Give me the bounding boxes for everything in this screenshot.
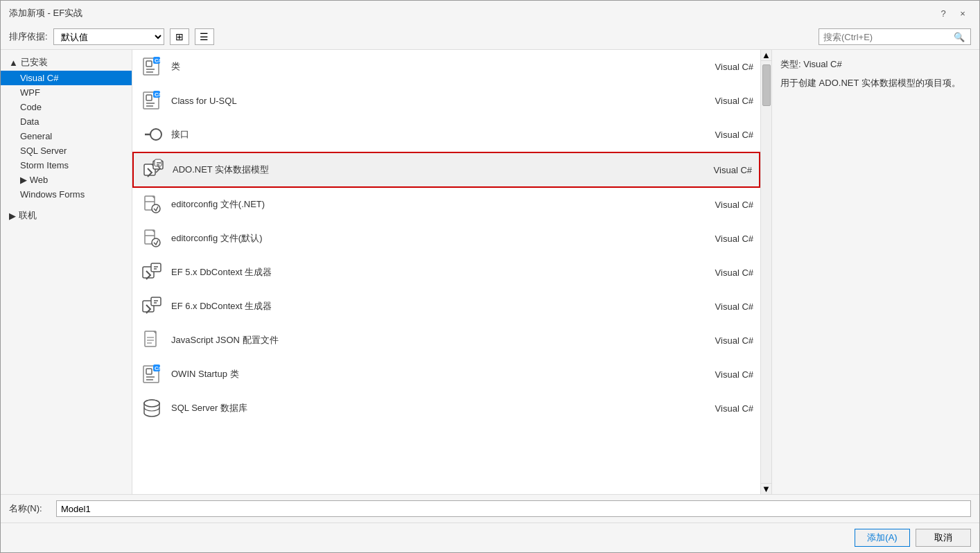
sidebar-item-data[interactable]: Data <box>1 114 132 129</box>
installed-label: 已安装 <box>21 56 48 69</box>
class-icon: C# <box>139 54 164 79</box>
scroll-track[interactable] <box>761 61 771 483</box>
online-arrow: ▶ <box>9 211 16 221</box>
class-type: Visual C# <box>684 62 753 72</box>
add-new-item-dialog: 添加新项 - EF实战 ? × 排序依据: 默认值 名称 类型 ⊞ ☰ 🔍 <box>0 0 980 553</box>
svg-point-38 <box>144 400 159 407</box>
list-item[interactable]: C# Class for U-SQL Visual C# <box>132 84 760 118</box>
list-item[interactable]: C# OWIN Startup 类 Visual C# <box>132 358 760 392</box>
list-item[interactable]: editorconfig 文件(.NET) Visual C# <box>132 188 760 222</box>
interface-name: 接口 <box>171 128 684 141</box>
name-input[interactable] <box>56 500 971 517</box>
main-content: ▲ 已安装 Visual C# WPF Code Data General SQ… <box>1 50 979 494</box>
storm-items-label: Storm Items <box>20 160 69 170</box>
editorconfig-net-icon <box>139 192 164 217</box>
editorconfig-net-type: Visual C# <box>684 200 753 210</box>
sort-select[interactable]: 默认值 名称 类型 <box>53 28 164 45</box>
sidebar-item-sql-server[interactable]: SQL Server <box>1 143 132 158</box>
interface-icon <box>139 122 164 147</box>
ef6-type: Visual C# <box>684 301 753 312</box>
visual-csharp-label: Visual C# <box>20 73 58 83</box>
scroll-down-icon: ▼ <box>762 484 771 494</box>
list-item[interactable]: 接口 Visual C# <box>132 118 760 152</box>
cancel-button[interactable]: 取消 <box>916 529 971 547</box>
left-panel: ▲ 已安装 Visual C# WPF Code Data General SQ… <box>1 50 132 494</box>
ef5-name: EF 5.x DbContext 生成器 <box>171 266 684 279</box>
svg-rect-26 <box>151 297 161 306</box>
name-label: 名称(N): <box>9 502 51 515</box>
scroll-thumb[interactable] <box>762 64 771 106</box>
name-row: 名称(N): <box>9 500 971 517</box>
sidebar-item-wpf[interactable]: WPF <box>1 85 132 100</box>
data-label: Data <box>20 116 39 127</box>
sidebar-item-general[interactable]: General <box>1 129 132 143</box>
class-usql-icon: C# <box>139 88 164 113</box>
sql-db-icon <box>139 396 164 421</box>
svg-text:C#: C# <box>155 58 162 64</box>
class-usql-type: Visual C# <box>684 96 753 106</box>
grid-view-button[interactable]: ⊞ <box>170 28 189 45</box>
search-input[interactable] <box>819 29 951 44</box>
scroll-down-button[interactable]: ▼ <box>761 483 771 494</box>
list-view-button[interactable]: ☰ <box>195 28 214 45</box>
class-usql-name: Class for U-SQL <box>171 96 684 106</box>
search-button[interactable]: 🔍 <box>951 29 968 44</box>
add-button[interactable]: 添加(A) <box>855 529 910 547</box>
wpf-label: WPF <box>20 87 40 98</box>
class-name: 类 <box>171 60 684 73</box>
center-scrollbar[interactable]: ▲ ▼ <box>760 50 771 494</box>
list-item[interactable]: editorconfig 文件(默认) Visual C# <box>132 222 760 256</box>
ado-net-type: Visual C# <box>683 165 752 175</box>
title-bar-buttons: ? × <box>935 6 971 20</box>
sql-db-type: Visual C# <box>684 403 753 414</box>
sql-db-name: SQL Server 数据库 <box>171 402 684 414</box>
windows-forms-label: Windows Forms <box>20 189 85 200</box>
code-label: Code <box>20 102 42 112</box>
sidebar-item-code[interactable]: Code <box>1 100 132 114</box>
list-item[interactable]: SQL Server 数据库 Visual C# <box>132 392 760 425</box>
list-item[interactable]: EF 5.x DbContext 生成器 Visual C# <box>132 256 760 290</box>
search-box: 🔍 <box>819 28 971 45</box>
editorconfig-default-type: Visual C# <box>684 234 753 244</box>
sidebar-item-visual-csharp[interactable]: Visual C# <box>1 71 132 85</box>
json-type: Visual C# <box>684 335 753 346</box>
sidebar-item-storm-items[interactable]: Storm Items <box>1 158 132 173</box>
list-item[interactable]: EF 6.x DbContext 生成器 Visual C# <box>132 290 760 324</box>
help-button[interactable]: ? <box>935 6 952 20</box>
owin-icon: C# <box>139 362 164 387</box>
toolbar: 排序依据: 默认值 名称 类型 ⊞ ☰ 🔍 <box>1 24 979 50</box>
ef6-icon <box>139 294 164 319</box>
dialog-title: 添加新项 - EF实战 <box>9 7 82 19</box>
scroll-up-icon: ▲ <box>762 50 771 60</box>
svg-rect-24 <box>151 263 161 272</box>
svg-point-13 <box>150 129 161 140</box>
json-name: JavaScript JSON 配置文件 <box>171 334 684 346</box>
type-label: 类型: Visual C# <box>780 58 971 71</box>
title-bar: 添加新项 - EF实战 ? × <box>1 1 979 24</box>
close-button[interactable]: × <box>954 6 971 20</box>
installed-section[interactable]: ▲ 已安装 <box>1 54 132 71</box>
list-item[interactable]: ADO.NET 实体数据模型 Visual C# <box>132 152 760 188</box>
sidebar-item-windows-forms[interactable]: Windows Forms <box>1 187 132 202</box>
ado-net-icon <box>141 157 166 182</box>
owin-type: Visual C# <box>684 369 753 380</box>
web-arrow: ▶ <box>20 175 27 185</box>
list-item[interactable]: JavaScript JSON 配置文件 Visual C# <box>132 324 760 358</box>
sidebar-item-web[interactable]: ▶ Web <box>1 173 132 187</box>
sql-server-label: SQL Server <box>20 146 67 156</box>
svg-point-22 <box>152 238 160 247</box>
online-section[interactable]: ▶ 联机 <box>1 207 132 224</box>
list-item[interactable]: C# 类 Visual C# <box>132 50 760 84</box>
list-view-icon: ☰ <box>200 31 209 42</box>
scroll-up-button[interactable]: ▲ <box>761 50 771 61</box>
ef5-type: Visual C# <box>684 267 753 278</box>
right-panel: 类型: Visual C# 用于创建 ADO.NET 实体数据模型的项目项。 <box>771 50 979 494</box>
search-icon: 🔍 <box>954 32 965 42</box>
center-panel: C# 类 Visual C# C# <box>132 50 760 494</box>
general-label: General <box>20 131 52 141</box>
svg-point-19 <box>152 204 160 213</box>
grid-view-icon: ⊞ <box>175 31 184 42</box>
ef5-icon <box>139 260 164 285</box>
online-label: 联机 <box>19 209 37 222</box>
ado-net-name: ADO.NET 实体数据模型 <box>173 164 683 176</box>
